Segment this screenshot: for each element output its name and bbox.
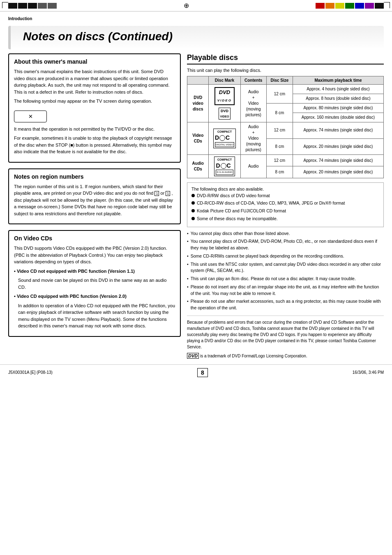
color-block-yellow <box>335 3 344 9</box>
bullet-1 <box>191 194 195 197</box>
col-header-disc-mark: Disc Mark <box>209 76 240 85</box>
color-block-purple <box>365 3 374 9</box>
additional-disc-2: CD-R/CD-RW discs of CD-DA, Video CD, MP3… <box>191 200 379 207</box>
additional-disc-2-text: CD-R/CD-RW discs of CD-DA, Video CD, MP3… <box>197 200 345 207</box>
dvd-12cm-time1: Approx. 4 hours (single sided disc) <box>293 85 383 94</box>
vcd-contents-cell: Audio+Video(movingpictures) <box>240 122 266 155</box>
trademark-line: DVD is a trademark of DVD Format/Logo Li… <box>187 353 384 358</box>
note-bullet-6: • <box>187 284 189 290</box>
acd-mark-cell: COMPACT D C D G AI AUDIO <box>209 155 240 178</box>
dvd-12cm-time2: Approx. 8 hours (double sided disc) <box>293 94 383 104</box>
additional-disc-4: Some of these discs may be incompatible. <box>191 216 379 222</box>
bullet-3 <box>191 209 195 212</box>
acd-12cm-time: Approx. 74 minutes (single sided disc) <box>293 155 383 166</box>
right-column: Playable discs This unit can play the fo… <box>187 53 384 358</box>
col-header-disc-size: Disc Size <box>266 76 293 85</box>
dvd-mark-cell: DVDVIDEO DVDVIDEO <box>209 85 240 122</box>
prohibited-symbol-box: ✕ <box>14 111 47 122</box>
vcd-type-cell: VideoCDs <box>187 122 209 155</box>
additional-disc-3: Kodak Picture CD and FUJICOLOR CD format <box>191 208 379 214</box>
additional-disc-1: DVD-R/RW discs of DVD video format <box>191 193 379 199</box>
note-bullet-4: • <box>187 261 189 268</box>
note-1: • You cannot play discs other than those… <box>187 230 384 237</box>
notes-section: • You cannot play discs other than those… <box>187 230 384 311</box>
on-video-cds-title: On Video CDs <box>14 235 175 242</box>
note-7: • Please do not use after market accesso… <box>187 298 384 311</box>
dvd-8cm-time2: Approx. 160 minutes (double sided disc) <box>293 113 383 122</box>
notes-region-title: Notes on region numbers <box>14 173 175 180</box>
dvd-8cm-time1: Approx. 80 minutes (single sided disc) <box>293 104 383 113</box>
vcd-8cm-time: Approx. 20 minutes (single sided disc) <box>293 138 383 155</box>
header-diamond: ⊕ <box>60 2 312 9</box>
color-block-black <box>375 3 384 9</box>
black-blocks <box>8 3 57 9</box>
acd-8cm-time: Approx. 20 minutes (single sided disc) <box>293 166 383 178</box>
note-bullet-1: • <box>187 230 189 237</box>
about-owners-para1: This owner's manual explains the basic i… <box>14 68 175 95</box>
vcd-logo: COMPACT D C DIGITAL VIDEO <box>213 129 236 148</box>
about-owners-manual-section: About this owner's manual This owner's m… <box>8 53 181 163</box>
playable-discs-title: Playable discs <box>187 53 384 64</box>
note-6-text: Please do not insert any disc of an irre… <box>191 284 384 297</box>
black-block-2 <box>18 3 27 9</box>
additional-disc-4-text: Some of these discs may be incompatible. <box>197 216 278 222</box>
black-block-5 <box>48 3 57 9</box>
vcd-item1-text: Sound and movie can be played on this DV… <box>14 277 175 290</box>
prohibited-symbol: ✕ <box>28 113 33 120</box>
diamond-symbol: ⊕ <box>184 2 189 9</box>
about-owners-para4: For example, sometimes it is unable to s… <box>14 135 175 155</box>
acd-contents-cell: Audio <box>240 155 266 178</box>
left-column: About this owner's manual This owner's m… <box>8 53 181 358</box>
black-block-1 <box>8 3 17 9</box>
additional-discs-intro: The following discs are also available. <box>191 186 379 193</box>
dvd-video-logo-sm: DVDVIDEO <box>219 108 231 120</box>
vcd-item2-text: In addition to operation of a Video CD n… <box>14 302 175 329</box>
vcd-item1-title: • Video CD not equipped with PBC functio… <box>14 269 135 274</box>
discs-table: Disc Mark Contents Disc Size Maximum pla… <box>187 76 384 178</box>
col-header-contents: Contents <box>240 76 266 85</box>
crop-mark-top-left <box>2 2 8 8</box>
note-2-text: You cannot play discs of DVD-RAM, DVD-RO… <box>191 238 384 251</box>
color-blocks <box>316 3 384 9</box>
vcd-12cm-time: Approx. 74 minutes (single sided disc) <box>293 122 383 139</box>
footer-left-code: J5X00301A [E] (P08-13) <box>8 370 53 375</box>
col-header-type <box>187 76 209 85</box>
color-block-red <box>316 3 325 9</box>
note-4-text: This unit uses the NTSC color system, an… <box>191 261 384 274</box>
page-footer: J5X00301A [E] (P08-13) 8 16/3/06, 3:46 P… <box>0 364 392 380</box>
trademark-text: is a trademark of DVD Format/Logo Licens… <box>200 354 307 358</box>
notes-region-para1: The region number of this unit is 1. If … <box>14 183 175 217</box>
region-icon-1: 1 <box>154 191 159 196</box>
note-2: • You cannot play discs of DVD-RAM, DVD-… <box>187 238 384 251</box>
black-block-3 <box>28 3 37 9</box>
dvd-video-logo: DVDVIDEO <box>214 87 235 105</box>
bottom-paragraph: Because of problems and errors that can … <box>187 315 384 350</box>
black-block-4 <box>38 3 47 9</box>
section-label: Introduction <box>0 13 392 22</box>
dvd-12cm-cell: 12 cm <box>266 85 293 104</box>
acd-8cm-cell: 8 cm <box>266 166 293 178</box>
on-video-cds-section: On Video CDs This DVD supports Video CDs… <box>8 230 181 337</box>
region-icon-2: 1 <box>166 191 170 196</box>
about-owners-manual-title: About this owner's manual <box>14 58 175 65</box>
dvd-trademark-logo: DVD <box>187 353 199 359</box>
note-5: • This unit can play an 8cm disc. Please… <box>187 276 384 282</box>
note-1-text: You cannot play discs other than those l… <box>191 230 290 237</box>
note-5-text: This unit can play an 8cm disc. Please d… <box>191 276 356 282</box>
vcd-12cm-cell: 12 cm <box>266 122 293 139</box>
top-header-strip: ⊕ <box>0 0 392 12</box>
acd-12cm-cell: 12 cm <box>266 155 293 166</box>
bullet-2 <box>191 201 195 205</box>
footer-right-info: 16/3/06, 3:46 PM <box>353 370 384 375</box>
color-block-orange <box>325 3 334 9</box>
cd-logo: COMPACT D C D G AI AUDIO <box>214 157 235 176</box>
note-bullet-3: • <box>187 253 189 260</box>
vcd-item2: • Video CD equipped with PBC function (V… <box>14 293 175 329</box>
note-3: • Some CD-R/RWs cannot be played back de… <box>187 253 384 260</box>
dvd-8cm-cell: 8 cm <box>266 104 293 122</box>
note-bullet-2: • <box>187 238 189 245</box>
note-bullet-5: • <box>187 276 189 282</box>
about-owners-para2: The following symbol may appear on the T… <box>14 98 175 105</box>
dvd-type-cell: DVDvideodiscs <box>187 85 209 122</box>
vcd-mark-cell: COMPACT D C DIGITAL VIDEO <box>209 122 240 155</box>
